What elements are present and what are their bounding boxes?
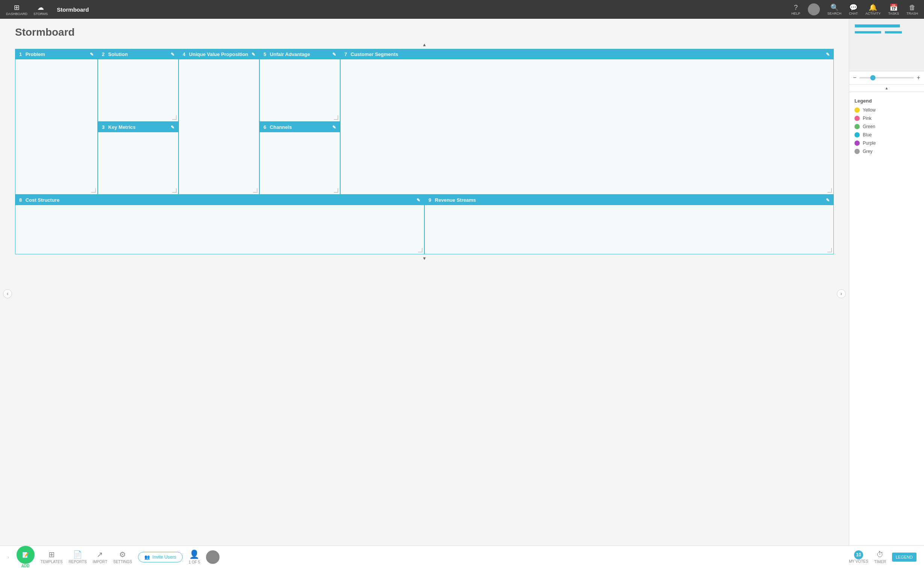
- section-solution-edit[interactable]: ✎: [171, 52, 174, 57]
- resize-handle[interactable]: [91, 188, 96, 193]
- templates-button[interactable]: ⊞ TEMPLATES: [41, 550, 63, 564]
- resize-handle-unfair[interactable]: [334, 115, 338, 120]
- grid-bottom-row: 8 Cost Structure ✎ 9 Revenue Streams ✎: [15, 195, 834, 254]
- section-cost-header[interactable]: 8 Cost Structure ✎: [15, 195, 424, 205]
- section-unfair-header[interactable]: 5 Unfair Advantage ✎: [260, 49, 340, 59]
- timer-button[interactable]: ⏱ TIMER: [874, 550, 886, 564]
- section-problem-edit[interactable]: ✎: [90, 52, 94, 57]
- reports-button[interactable]: 📄 REPORTS: [68, 550, 86, 564]
- tasks-icon: 📅: [889, 3, 898, 12]
- scroll-left-arrow[interactable]: ‹: [3, 289, 12, 298]
- section-channels-header[interactable]: 6 Channels ✎: [260, 122, 340, 132]
- search-icon: 🔍: [830, 3, 839, 12]
- section-cost-edit[interactable]: ✎: [417, 198, 420, 203]
- section-km-body[interactable]: [98, 132, 178, 194]
- section-key-metrics-header[interactable]: 3 Key Metrics ✎: [98, 122, 178, 132]
- nav-tasks[interactable]: 📅 TASKS: [888, 3, 899, 15]
- section-channels-edit[interactable]: ✎: [332, 125, 336, 130]
- scroll-down-arrow[interactable]: ▼: [15, 256, 834, 261]
- toolbar-center: 📝 ADD ⊞ TEMPLATES 📄 REPORTS ↗ IMPORT ⚙ S…: [17, 546, 220, 568]
- section-revenue-body[interactable]: [425, 205, 833, 254]
- section-cost-num: 8 Cost Structure: [19, 197, 59, 203]
- nav-activity[interactable]: 🔔 ACTIVITY: [865, 3, 881, 15]
- nav-dashboard[interactable]: ⊞ DASHBOARD: [6, 3, 27, 16]
- user-avatar-toolbar[interactable]: [206, 550, 220, 564]
- nav-help[interactable]: ? HELP: [791, 4, 800, 15]
- activity-icon: 🔔: [869, 3, 877, 12]
- zoom-out-button[interactable]: −: [853, 74, 856, 81]
- section-revenue-header[interactable]: 9 Revenue Streams ✎: [425, 195, 833, 205]
- section-customer-edit[interactable]: ✎: [826, 52, 830, 57]
- invite-users-button[interactable]: 👥 Invite Users: [138, 552, 182, 562]
- grid-top-row: 1 Problem ✎ 2 Solution: [15, 49, 834, 195]
- canvas-header: Stormboard: [0, 19, 849, 42]
- section-solution-body[interactable]: [98, 59, 178, 121]
- section-uvp-edit[interactable]: ✎: [251, 52, 255, 57]
- legend-title: Legend: [854, 98, 919, 104]
- legend-label-pink: Pink: [863, 116, 871, 121]
- section-problem-body[interactable]: [15, 59, 97, 194]
- nav-search[interactable]: 🔍 SEARCH: [827, 3, 842, 15]
- section-solution-header[interactable]: 2 Solution ✎: [98, 49, 178, 59]
- unfair-stack: 5 Unfair Advantage ✎ 6 Channels: [259, 49, 340, 195]
- section-customer-header[interactable]: 7 Customer Segments ✎: [341, 49, 833, 59]
- resize-handle-sol[interactable]: [172, 115, 177, 120]
- help-icon: ?: [794, 4, 798, 12]
- avatar-toolbar: 👤: [189, 550, 199, 559]
- zoom-in-button[interactable]: +: [917, 74, 920, 81]
- toolbar-right: 10 MY VOTES ⏱ TIMER LEGEND: [849, 550, 916, 564]
- reports-icon: 📄: [73, 550, 82, 559]
- minimap[interactable]: [849, 19, 924, 71]
- minimap-bar2: [855, 31, 881, 33]
- legend-button[interactable]: LEGEND: [892, 553, 916, 562]
- section-km-edit[interactable]: ✎: [171, 125, 174, 130]
- timer-icon: ⏱: [876, 550, 884, 559]
- section-problem-header[interactable]: 1 Problem ✎: [15, 49, 97, 59]
- resize-handle-cost[interactable]: [418, 248, 423, 252]
- resize-handle-revenue[interactable]: [827, 248, 832, 252]
- section-unfair-edit[interactable]: ✎: [332, 52, 336, 57]
- resize-handle-channels[interactable]: [334, 188, 338, 193]
- chat-icon: 💬: [849, 3, 857, 12]
- canvas-scroll[interactable]: ▲ 1 Problem ✎: [0, 42, 849, 269]
- nav-storms[interactable]: ☁ STORMS: [33, 3, 48, 16]
- section-channels-body[interactable]: [260, 132, 340, 194]
- import-button[interactable]: ↗ IMPORT: [93, 550, 108, 564]
- legend-dot-yellow: [854, 107, 860, 113]
- legend-dot-purple: [854, 140, 860, 146]
- section-unfair-body[interactable]: [260, 59, 340, 121]
- section-channels: 6 Channels ✎: [259, 122, 340, 195]
- scroll-right-arrow[interactable]: ›: [837, 289, 846, 298]
- legend-label-grey: Grey: [863, 149, 872, 154]
- sidebar-toggle[interactable]: ›: [8, 555, 9, 559]
- chat-label: CHAT: [849, 12, 858, 15]
- page-title: Stormboard: [15, 26, 834, 38]
- resize-handle-customer[interactable]: [827, 188, 832, 193]
- section-uvp-header[interactable]: 4 Unique Value Proposition ✎: [179, 49, 259, 59]
- dashboard-label: DASHBOARD: [6, 12, 27, 16]
- resize-handle-km[interactable]: [172, 188, 177, 193]
- zoom-slider[interactable]: [859, 77, 913, 79]
- reports-label: REPORTS: [68, 560, 86, 564]
- settings-button[interactable]: ⚙ SETTINGS: [113, 550, 132, 564]
- section-customer-body[interactable]: [341, 59, 833, 194]
- section-cost-body[interactable]: [15, 205, 424, 254]
- collapse-button[interactable]: ▲: [849, 85, 924, 92]
- nav-chat[interactable]: 💬 CHAT: [849, 3, 858, 15]
- user-avatar[interactable]: [808, 3, 820, 15]
- nav-trash[interactable]: 🗑 TRASH: [906, 4, 918, 15]
- section-uvp-body[interactable]: [179, 59, 259, 194]
- import-label: IMPORT: [93, 560, 108, 564]
- my-votes[interactable]: 10 MY VOTES: [849, 550, 868, 563]
- add-button[interactable]: 📝: [17, 546, 35, 564]
- section-unfair-num: 5 Unfair Advantage: [264, 51, 310, 57]
- section-revenue-edit[interactable]: ✎: [826, 198, 830, 203]
- settings-icon: ⚙: [119, 550, 126, 559]
- section-revenue-num: 9 Revenue Streams: [429, 197, 476, 203]
- timer-label: TIMER: [874, 560, 886, 564]
- scroll-up-arrow[interactable]: ▲: [15, 42, 834, 47]
- resize-handle-uvp[interactable]: [253, 188, 258, 193]
- add-button-group[interactable]: 📝 ADD: [17, 546, 35, 568]
- invite-label: Invite Users: [152, 554, 176, 560]
- section-uvp-num: 4 Unique Value Proposition: [183, 51, 248, 57]
